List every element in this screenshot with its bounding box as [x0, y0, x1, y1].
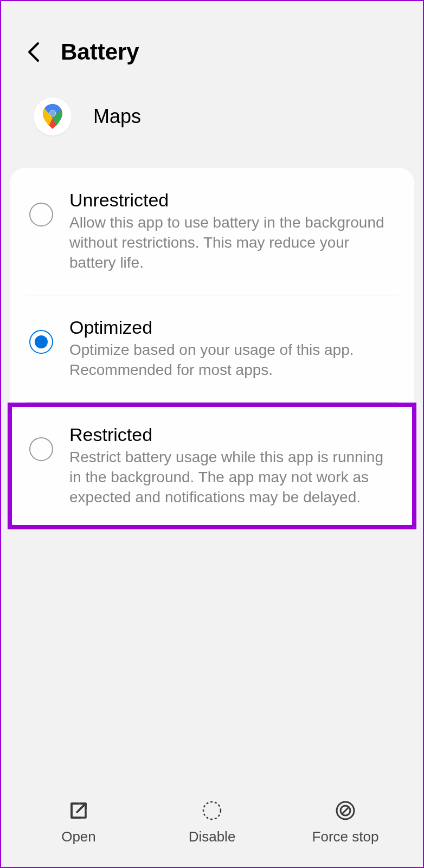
- option-text: Unrestricted Allow this app to use batte…: [69, 190, 398, 273]
- chevron-left-icon: [27, 41, 40, 63]
- force-stop-icon: [334, 799, 357, 822]
- disable-label: Disable: [189, 828, 236, 845]
- app-icon: [34, 98, 72, 135]
- radio-restricted[interactable]: [29, 437, 53, 461]
- option-description: Allow this app to use battery in the bac…: [69, 213, 398, 273]
- header: Battery: [1, 1, 423, 81]
- force-stop-button[interactable]: Force stop: [279, 799, 412, 845]
- option-title: Restricted: [69, 424, 398, 445]
- page-title: Battery: [61, 39, 139, 65]
- bottom-bar: Open Disable Force stop: [1, 783, 423, 867]
- options-card: Unrestricted Allow this app to use batte…: [10, 168, 414, 529]
- svg-point-1: [50, 111, 56, 116]
- force-stop-label: Force stop: [312, 828, 379, 845]
- app-name: Maps: [93, 105, 141, 128]
- open-label: Open: [61, 828, 96, 845]
- radio-optimized[interactable]: [29, 330, 53, 354]
- option-description: Optimize based on your usage of this app…: [69, 340, 398, 380]
- maps-pin-icon: [41, 103, 64, 130]
- option-title: Optimized: [69, 317, 398, 338]
- open-button[interactable]: Open: [12, 799, 145, 845]
- svg-line-5: [342, 807, 349, 814]
- disable-icon: [201, 799, 223, 822]
- open-icon: [67, 799, 90, 822]
- radio-unrestricted[interactable]: [29, 203, 53, 226]
- option-unrestricted[interactable]: Unrestricted Allow this app to use batte…: [10, 168, 414, 295]
- back-button[interactable]: [23, 41, 44, 63]
- app-info: Maps: [1, 81, 423, 168]
- disable-button[interactable]: Disable: [145, 799, 279, 845]
- option-optimized[interactable]: Optimized Optimize based on your usage o…: [10, 295, 414, 402]
- option-text: Optimized Optimize based on your usage o…: [69, 317, 398, 380]
- svg-point-2: [203, 802, 221, 819]
- option-description: Restrict battery usage while this app is…: [69, 448, 398, 508]
- option-title: Unrestricted: [69, 190, 398, 211]
- option-restricted[interactable]: Restricted Restrict battery usage while …: [8, 403, 416, 529]
- option-text: Restricted Restrict battery usage while …: [69, 424, 398, 508]
